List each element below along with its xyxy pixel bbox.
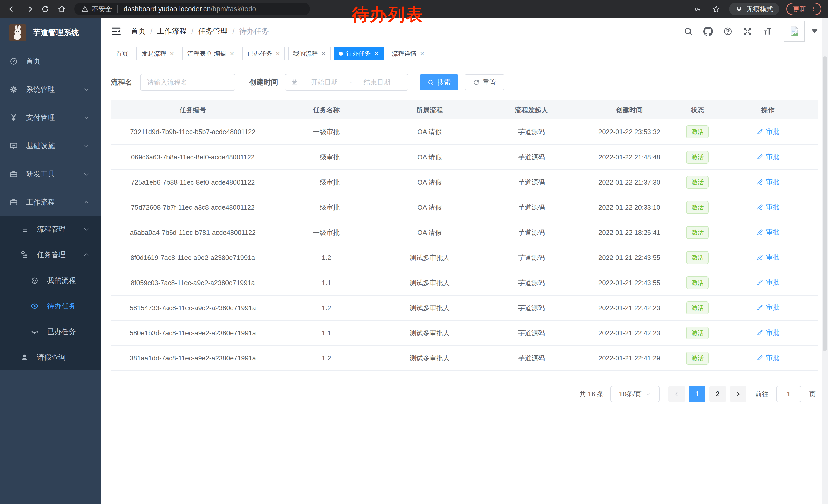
chevron-down-icon: [83, 86, 90, 93]
breadcrumb-item[interactable]: 工作流程: [157, 26, 187, 36]
sidebar-item-infrastructure[interactable]: 基础设施: [0, 132, 100, 160]
scrollbar-thumb[interactable]: [823, 56, 827, 351]
app-logo[interactable]: 芋道管理系统: [0, 18, 100, 47]
approve-link[interactable]: 审批: [756, 353, 779, 362]
cell-process: OA 请假: [378, 170, 481, 195]
cell-created: 2022-01-22 18:25:41: [581, 220, 677, 245]
tab-close-icon[interactable]: ×: [170, 50, 174, 57]
sidebar-item-dev-tools[interactable]: 研发工具: [0, 160, 100, 188]
security-label[interactable]: 不安全: [92, 5, 112, 13]
page-button-2[interactable]: 2: [709, 386, 726, 402]
sidebar-item-home[interactable]: 首页: [0, 47, 100, 75]
browser-reload-icon[interactable]: [38, 2, 52, 16]
update-label[interactable]: 更新: [793, 5, 806, 13]
sidebar-item-process-mgmt[interactable]: 流程管理: [0, 216, 100, 242]
sidebar-item-payment[interactable]: 支付管理: [0, 103, 100, 132]
browser-update-button[interactable]: 更新: [786, 3, 821, 15]
approve-link[interactable]: 审批: [756, 328, 779, 337]
avatar-dropdown-caret-icon[interactable]: [812, 29, 818, 33]
approve-link[interactable]: 审批: [756, 202, 779, 212]
approve-link[interactable]: 审批: [756, 127, 779, 136]
cell-action: 审批: [718, 346, 818, 371]
url-path[interactable]: /bpm/task/todo: [211, 5, 256, 13]
tab-close-icon[interactable]: ×: [276, 50, 280, 57]
tab-my-process[interactable]: 我的流程×: [288, 47, 331, 60]
cell-starter: 芋道源码: [481, 320, 581, 346]
tab-form-edit[interactable]: 流程表单-编辑×: [182, 47, 239, 60]
sidebar-item-workflow[interactable]: 工作流程: [0, 188, 100, 216]
browser-chrome: 不安全 dashboard.yudao.iocoder.cn /bpm/task…: [0, 0, 828, 18]
broken-image-icon: [788, 26, 800, 37]
page-button-1[interactable]: 1: [689, 386, 705, 402]
fullscreen-icon[interactable]: [743, 27, 752, 36]
bookmark-star-icon[interactable]: [710, 2, 722, 16]
approve-link[interactable]: 审批: [756, 303, 779, 312]
sidebar-item-todo-task[interactable]: 待办任务: [0, 293, 100, 319]
sidebar-item-leave-query[interactable]: 请假查询: [0, 345, 100, 370]
approve-link[interactable]: 审批: [756, 228, 779, 237]
end-date-placeholder[interactable]: 结束日期: [352, 78, 402, 87]
tab-label: 我的流程: [293, 49, 318, 58]
tab-start-process[interactable]: 发起流程×: [136, 47, 179, 60]
tab-close-icon[interactable]: ×: [230, 50, 234, 57]
next-page-button[interactable]: [730, 386, 746, 402]
navbar: 首页/工作流程/任务管理/待办任务: [100, 18, 828, 45]
password-key-icon[interactable]: [692, 2, 703, 16]
edit-pencil-icon: [756, 254, 763, 261]
url-host[interactable]: dashboard.yudao.iocoder.cn: [124, 5, 211, 13]
edit-pencil-icon: [756, 304, 763, 311]
sidebar-item-task-mgmt[interactable]: 任务管理: [0, 242, 100, 268]
sidebar-collapse-icon[interactable]: [111, 26, 122, 37]
prev-page-button[interactable]: [668, 386, 685, 402]
sidebar-item-system[interactable]: 系统管理: [0, 75, 100, 103]
breadcrumb-item: 待办任务: [239, 26, 269, 36]
approve-link[interactable]: 审批: [756, 278, 779, 287]
breadcrumb-item[interactable]: 首页: [131, 26, 146, 36]
tab-close-icon[interactable]: ×: [420, 50, 424, 57]
font-size-icon[interactable]: [762, 27, 772, 36]
browser-back-icon[interactable]: [5, 2, 19, 16]
approve-link[interactable]: 审批: [756, 152, 779, 161]
cell-status: 激活: [677, 220, 718, 245]
user-icon: [20, 353, 29, 362]
browser-forward-icon[interactable]: [22, 2, 36, 16]
reset-button-label: 重置: [483, 78, 496, 87]
chevron-down-icon: [83, 142, 90, 149]
github-icon[interactable]: [703, 27, 713, 36]
goto-page-input[interactable]: [776, 386, 801, 402]
approve-link[interactable]: 审批: [756, 177, 779, 186]
create-time-range-picker[interactable]: 开始日期 - 结束日期: [285, 74, 408, 91]
approve-link[interactable]: 审批: [756, 253, 779, 262]
page-size-select[interactable]: 10条/页: [611, 386, 660, 402]
reset-button[interactable]: 重置: [464, 74, 504, 91]
cell-task-id: 381aa1dd-7ac8-11ec-a9e2-a2380e71991a: [111, 346, 275, 371]
tab-done-task[interactable]: 已办任务×: [242, 47, 285, 60]
tab-process-detail[interactable]: 流程详情×: [387, 47, 429, 60]
cell-action: 审批: [718, 245, 818, 270]
table-row: 381aa1dd-7ac8-11ec-a9e2-a2380e71991a1.2测…: [111, 346, 818, 371]
status-badge: 激活: [686, 151, 709, 164]
help-icon[interactable]: [723, 27, 733, 36]
breadcrumb-item[interactable]: 任务管理: [198, 26, 228, 36]
security-warning-icon[interactable]: [81, 5, 89, 13]
sidebar-item-my-process[interactable]: 我的流程: [0, 268, 100, 293]
browser-home-icon[interactable]: [54, 2, 69, 16]
avatar[interactable]: [784, 21, 805, 42]
sidebar-item-done-task[interactable]: 已办任务: [0, 319, 100, 345]
search-button[interactable]: 搜索: [420, 74, 458, 91]
sidebar-item-label: 工作流程: [26, 197, 55, 207]
scrollbar[interactable]: [822, 18, 828, 504]
search-icon[interactable]: [684, 27, 693, 36]
edit-pencil-icon: [756, 354, 763, 361]
start-date-placeholder[interactable]: 开始日期: [299, 78, 349, 87]
table-row: 8f059c03-7ac8-11ec-a9e2-a2380e71991a1.1测…: [111, 270, 818, 295]
tab-close-icon[interactable]: ×: [374, 50, 378, 57]
tab-home[interactable]: 首页: [111, 47, 133, 60]
process-name-input[interactable]: [140, 74, 236, 91]
url-bar[interactable]: 不安全 dashboard.yudao.iocoder.cn /bpm/task…: [74, 3, 310, 15]
cell-task-id: 58154733-7ac8-11ec-a9e2-a2380e71991a: [111, 295, 275, 320]
tab-todo-task[interactable]: 待办任务×: [334, 47, 383, 60]
tab-close-icon[interactable]: ×: [321, 50, 326, 57]
table-row: 8f0d1619-7ac8-11ec-a9e2-a2380e71991a1.2测…: [111, 245, 818, 270]
dashboard-icon: [9, 57, 18, 65]
